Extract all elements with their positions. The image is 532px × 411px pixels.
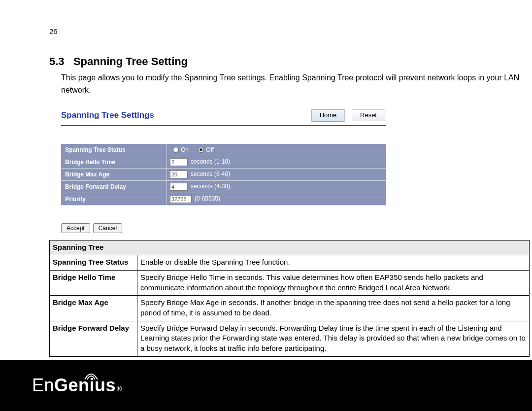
reset-button[interactable]: Reset — [352, 109, 385, 121]
desc-key: Bridge Max Age — [50, 296, 137, 321]
description-table: Spanning Tree Spanning Tree Status Enabl… — [49, 240, 530, 357]
desc-val: Enable or disable the Spanning Tree func… — [137, 255, 530, 271]
radio-off-label: Off — [206, 146, 214, 153]
input-hello[interactable]: 2 — [170, 158, 188, 166]
section-title: Spanning Tree Setting — [73, 55, 188, 68]
table-row: Bridge Max Age Specify Bridge Max Age in… — [50, 296, 530, 321]
label-maxage: Bridge Max Age — [61, 168, 167, 180]
row-fwd: Bridge Forward Delay 4seconds (4-30) — [61, 180, 386, 193]
desc-key: Bridge Forward Delay — [50, 321, 137, 356]
row-priority: Priority 32768(0-65535) — [61, 193, 386, 205]
section-number: 5.3 — [49, 55, 65, 68]
settings-header: Spanning Tree Settings Home Reset — [61, 107, 386, 126]
desc-val: Specify Bridge Hello Time in seconds. Th… — [137, 270, 530, 295]
brand-registered: ® — [117, 385, 122, 393]
radio-on[interactable] — [173, 147, 179, 153]
settings-screenshot: Spanning Tree Settings Home Reset Spanni… — [61, 107, 386, 233]
table-row: Bridge Hello Time Specify Bridge Hello T… — [50, 270, 530, 295]
label-status: Spanning Tree Status — [61, 144, 167, 156]
unit-maxage: seconds (6-40) — [191, 171, 230, 177]
row-maxage: Bridge Max Age 20seconds (6-40) — [61, 168, 386, 180]
footer: EnGenius® — [0, 360, 532, 411]
unit-fwd: seconds (4-30) — [191, 183, 230, 190]
page-number: 26 — [49, 27, 527, 35]
desc-val: Specify Bridge Max Age in seconds. If an… — [137, 296, 530, 321]
desc-val: Specify Bridge Forward Delay in seconds.… — [137, 321, 530, 356]
radio-off[interactable] — [198, 147, 204, 153]
label-fwd: Bridge Forward Delay — [61, 180, 167, 193]
row-status: Spanning Tree Status On Off — [61, 144, 386, 156]
row-hello: Bridge Hello Time 2seconds (1-10) — [61, 156, 386, 168]
brand-part1: En — [32, 375, 54, 396]
label-priority: Priority — [61, 193, 167, 205]
table-row: Spanning Tree Status Enable or disable t… — [50, 255, 530, 271]
cancel-button[interactable]: Cancel — [93, 223, 122, 233]
unit-priority: (0-65535) — [195, 195, 220, 202]
desc-key: Spanning Tree Status — [50, 255, 137, 271]
input-maxage[interactable]: 20 — [170, 171, 188, 178]
desc-key: Bridge Hello Time — [50, 270, 137, 295]
brand-logo: EnGenius® — [32, 375, 122, 396]
home-button[interactable]: Home — [311, 109, 345, 121]
radio-on-label: On — [181, 146, 189, 153]
settings-title: Spanning Tree Settings — [61, 110, 154, 120]
input-fwd[interactable]: 4 — [170, 183, 188, 191]
label-hello: Bridge Hello Time — [61, 156, 167, 168]
section-intro: This page allows you to modify the Spann… — [61, 72, 532, 97]
accept-button[interactable]: Accept — [61, 223, 90, 233]
desc-header: Spanning Tree — [50, 240, 530, 255]
table-row: Bridge Forward Delay Specify Bridge Forw… — [50, 321, 530, 356]
input-priority[interactable]: 32768 — [170, 195, 192, 203]
unit-hello: seconds (1-10) — [191, 158, 230, 165]
settings-table: Spanning Tree Status On Off Bridge Hello… — [61, 144, 386, 206]
section-heading: 5.3 Spanning Tree Setting — [49, 55, 527, 68]
